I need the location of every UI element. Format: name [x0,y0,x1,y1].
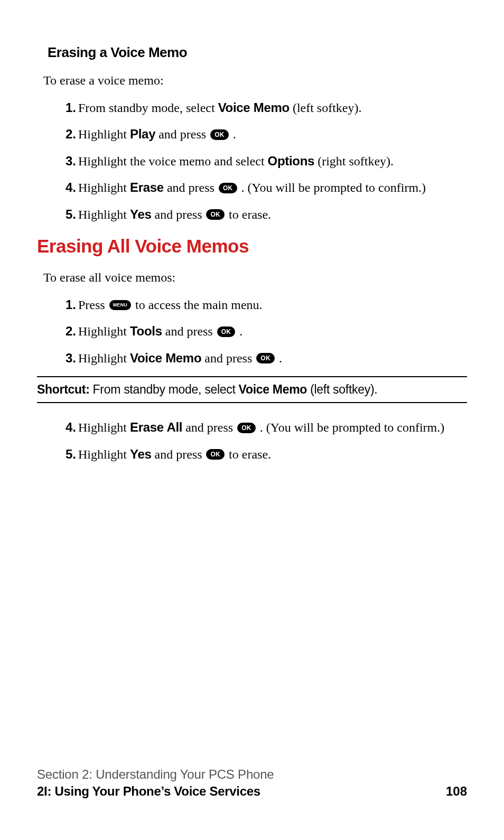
heading-erasing-all-voice-memos: Erasing All Voice Memos [37,236,467,257]
step-text: to access the main menu. [132,298,263,312]
step-text: and press [182,421,236,434]
ok-button-icon: OK [206,209,225,220]
step-text: and press [152,208,206,221]
bold-term: Yes [130,447,151,461]
subheading-erasing-voice-memo: Erasing a Voice Memo [48,44,467,61]
steps-list-erase-one: 1. From standby mode, select Voice Memo … [78,99,446,223]
step-item: 2. Highlight Play and press OK . [78,126,446,143]
steps-list-erase-all-b: 4. Highlight Erase All and press OK . (Y… [78,419,446,463]
step-text: Highlight [78,127,130,141]
step-item: 3. Highlight the voice memo and select O… [78,153,446,170]
ok-button-icon: OK [237,423,256,433]
footer-subsection-title: 2I: Using Your Phone’s Voice Services [37,784,260,799]
footer-section-title: Section 2: Understanding Your PCS Phone [37,767,467,782]
bold-term: Yes [130,207,151,221]
step-text: and press [164,181,218,194]
bold-term: Voice Memo [239,382,307,396]
bold-term: Voice Memo [218,100,290,115]
intro-text: To erase a voice memo: [43,73,467,88]
step-text: (left softkey). [290,101,362,115]
step-item: 5. Highlight Yes and press OK to erase. [78,446,446,463]
step-text: to erase. [226,208,271,221]
bold-term: Tools [130,324,162,338]
step-item: 4. Highlight Erase All and press OK . (Y… [78,419,446,436]
step-text: Press [78,298,108,312]
ok-button-icon: OK [206,449,225,460]
step-number: 5. [60,206,76,223]
step-text: and press [201,351,255,365]
intro-text: To erase all voice memos: [43,270,467,285]
step-text: Highlight [78,447,130,461]
step-text: . [236,324,242,338]
step-text: . (You will be prompted to confirm.) [257,421,445,434]
step-text: and press [162,324,216,338]
step-text: Highlight [78,208,130,221]
bold-term: Play [130,127,155,141]
menu-button-icon: MENU [109,300,131,310]
ok-button-icon: OK [256,353,275,363]
step-text: Highlight [78,351,130,365]
page-footer: Section 2: Understanding Your PCS Phone … [37,767,467,799]
step-text: . [276,351,282,365]
step-text: to erase. [226,447,271,461]
step-text: From standby mode, select [78,101,218,115]
ok-button-icon: OK [219,183,237,193]
step-text: . [230,127,236,141]
step-text: . (You will be prompted to confirm.) [238,181,426,194]
step-item: 4. Highlight Erase and press OK . (You w… [78,179,446,196]
step-text: Highlight [78,421,130,434]
step-item: 2. Highlight Tools and press OK . [78,323,446,340]
shortcut-text: (left softkey). [307,382,377,396]
step-number: 1. [60,296,76,313]
step-number: 3. [60,350,76,367]
ok-button-icon: OK [210,129,229,140]
steps-list-erase-all-a: 1. Press MENU to access the main menu. 2… [78,296,446,367]
ok-button-icon: OK [217,326,236,337]
step-item: 5. Highlight Yes and press OK to erase. [78,206,446,223]
step-item: 1. From standby mode, select Voice Memo … [78,99,446,116]
step-text: and press [155,127,209,141]
bold-term: Voice Memo [130,351,201,365]
bold-term: Options [268,154,315,168]
step-item: 1. Press MENU to access the main menu. [78,296,446,313]
bold-term: Erase [130,180,164,194]
step-text: Highlight the voice memo and select [78,154,268,168]
step-number: 5. [60,446,76,463]
step-text: Highlight [78,324,130,338]
page-number: 108 [446,784,467,799]
step-number: 2. [60,323,76,340]
bold-term: Erase All [130,420,182,434]
step-item: 3. Highlight Voice Memo and press OK . [78,350,446,367]
step-number: 4. [60,419,76,436]
step-text: Highlight [78,181,130,194]
step-text: (right softkey). [314,154,394,168]
shortcut-callout: Shortcut: From standby mode, select Voic… [37,376,467,403]
step-number: 2. [60,126,76,143]
step-number: 3. [60,153,76,170]
step-number: 4. [60,179,76,196]
step-text: and press [152,447,206,461]
shortcut-label: Shortcut: [37,382,90,396]
shortcut-text: From standby mode, select [90,382,239,396]
step-number: 1. [60,99,76,116]
manual-page: Erasing a Voice Memo To erase a voice me… [0,0,504,840]
